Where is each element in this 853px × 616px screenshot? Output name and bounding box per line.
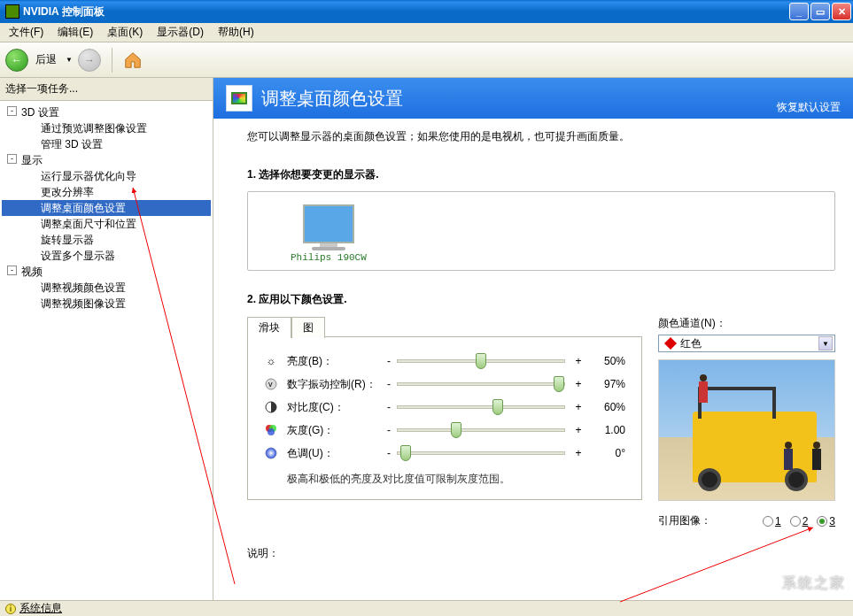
- svg-point-5: [268, 428, 275, 435]
- home-icon: [123, 50, 143, 70]
- hue-row: 色调(U)： - + 0°: [264, 442, 625, 465]
- preview-image: [658, 359, 835, 501]
- menu-desktop[interactable]: 桌面(K): [100, 23, 150, 42]
- channel-panel: 颜色通道(N)： 红色 ▼ 引用图像： 123: [658, 316, 835, 528]
- refimg-radio[interactable]: [817, 516, 827, 527]
- brightness-row: ☼ 亮度(B)： - + 50%: [264, 350, 625, 373]
- section2-title: 2. 应用以下颜色设置.: [247, 292, 835, 307]
- minus-icon: -: [384, 355, 393, 367]
- vibrance-label: 数字振动控制(R)：: [287, 377, 384, 392]
- dropdown-icon: ▼: [818, 336, 833, 350]
- channel-value: 红色: [680, 336, 702, 351]
- back-label: 后退: [35, 52, 57, 67]
- sidebar: 选择一项任务... -3D 设置通过预览调整图像设置管理 3D 设置-显示运行显…: [0, 78, 213, 600]
- sidebar-title: 选择一项任务...: [0, 78, 213, 101]
- tree-item[interactable]: 通过预览调整图像设置: [2, 120, 211, 136]
- tree-group[interactable]: -显示: [2, 152, 211, 168]
- task-tree[interactable]: -3D 设置通过预览调整图像设置管理 3D 设置-显示运行显示器优化向导更改分辨…: [0, 101, 213, 600]
- gamma-value: 1.00: [590, 424, 625, 436]
- tree-twisty-icon[interactable]: -: [7, 154, 17, 164]
- tree-item[interactable]: 调整桌面颜色设置: [2, 200, 211, 216]
- page-title: 调整桌面颜色设置: [261, 87, 777, 111]
- tab-chart[interactable]: 图: [291, 317, 325, 338]
- hue-slider[interactable]: [397, 451, 565, 455]
- toolbar: ← 后退 ▼ →: [0, 42, 853, 78]
- tree-item[interactable]: 调整视频颜色设置: [2, 280, 211, 296]
- home-button[interactable]: [123, 50, 143, 70]
- tree-group[interactable]: -视频: [2, 264, 211, 280]
- channel-label: 颜色通道(N)：: [658, 316, 835, 331]
- brightness-slider[interactable]: [397, 359, 565, 363]
- plus-icon: +: [574, 355, 583, 367]
- contrast-label: 对比度(C)：: [287, 400, 384, 415]
- contrast-value: 60%: [590, 401, 625, 413]
- maximize-button[interactable]: ▭: [810, 3, 830, 20]
- gamma-row: 灰度(G)： - + 1.00: [264, 419, 625, 442]
- gamma-icon: [264, 423, 278, 437]
- menu-edit[interactable]: 编辑(E): [50, 23, 100, 42]
- slider-panel: 滑块 图 ☼ 亮度(B)： - + 50% v: [247, 316, 642, 500]
- tree-item[interactable]: 设置多个显示器: [2, 248, 211, 264]
- refimg-option-label: 1: [775, 515, 781, 527]
- hue-icon: [264, 446, 278, 460]
- tree-item[interactable]: 调整桌面尺寸和位置: [2, 216, 211, 232]
- vibrance-row: v 数字振动控制(R)： - + 97%: [264, 373, 625, 396]
- menu-file[interactable]: 文件(F): [2, 23, 50, 42]
- tree-group[interactable]: -3D 设置: [2, 104, 211, 120]
- vibrance-icon: v: [264, 377, 278, 391]
- menu-bar: 文件(F) 编辑(E) 桌面(K) 显示器(D) 帮助(H): [0, 23, 853, 42]
- channel-select[interactable]: 红色 ▼: [658, 335, 835, 352]
- contrast-slider[interactable]: [397, 405, 565, 409]
- system-info-link[interactable]: 系统信息: [19, 601, 62, 616]
- page-header: 调整桌面颜色设置 恢复默认设置: [213, 78, 853, 119]
- menu-display[interactable]: 显示器(D): [150, 23, 211, 42]
- tree-item[interactable]: 调整视频图像设置: [2, 296, 211, 312]
- tree-twisty-icon[interactable]: -: [7, 106, 17, 116]
- refimg-label: 引用图像：: [658, 513, 711, 528]
- tree-item[interactable]: 运行显示器优化向导: [2, 168, 211, 184]
- display-item[interactable]: Philips 190CW: [291, 204, 367, 263]
- hue-label: 色调(U)：: [287, 446, 384, 461]
- close-button[interactable]: ✕: [832, 3, 851, 20]
- intro-text: 您可以调整显示器的桌面颜色设置；如果您使用的是电视机，也可提升画面质量。: [247, 129, 835, 144]
- vibrance-slider[interactable]: [397, 382, 565, 386]
- tree-item[interactable]: 旋转显示器: [2, 232, 211, 248]
- section1-title: 1. 选择你想要变更的显示器.: [247, 167, 835, 182]
- page-header-icon: [226, 85, 252, 112]
- tabs: 滑块 图: [247, 316, 642, 337]
- brightness-value: 50%: [590, 355, 625, 367]
- vibrance-value: 97%: [590, 378, 625, 390]
- color-settings-row: 滑块 图 ☼ 亮度(B)： - + 50% v: [247, 316, 835, 528]
- toolbar-separator: [112, 48, 112, 73]
- contrast-icon: [264, 400, 278, 414]
- gamma-label: 灰度(G)：: [287, 423, 384, 438]
- back-button[interactable]: ←: [5, 49, 28, 72]
- content-pane: 调整桌面颜色设置 恢复默认设置 您可以调整显示器的桌面颜色设置；如果您使用的是电…: [213, 78, 853, 600]
- tree-item[interactable]: 更改分辨率: [2, 184, 211, 200]
- refimg-radio[interactable]: [763, 516, 773, 527]
- minimize-button[interactable]: _: [789, 3, 809, 20]
- restore-defaults-link[interactable]: 恢复默认设置: [777, 100, 841, 115]
- description-label: 说明：: [247, 546, 835, 561]
- slider-note: 极高和极低的亮度及对比度值可限制灰度范围。: [287, 472, 625, 487]
- brightness-label: 亮度(B)：: [287, 354, 384, 369]
- refimg-radio[interactable]: [790, 516, 801, 527]
- title-bar: NVIDIA 控制面板 _ ▭ ✕: [0, 0, 853, 23]
- app-icon: [5, 4, 19, 19]
- info-icon: i: [5, 604, 16, 614]
- display-select-group: Philips 190CW: [247, 191, 835, 271]
- tree-item[interactable]: 管理 3D 设置: [2, 136, 211, 152]
- slider-tab-body: ☼ 亮度(B)： - + 50% v 数字振动控制(R)： -: [247, 336, 642, 500]
- svg-point-7: [266, 448, 276, 458]
- status-bar: i 系统信息: [0, 600, 853, 616]
- menu-help[interactable]: 帮助(H): [211, 23, 261, 42]
- contrast-row: 对比度(C)： - + 60%: [264, 396, 625, 419]
- tab-sliders[interactable]: 滑块: [247, 317, 291, 338]
- gamma-slider[interactable]: [397, 428, 565, 432]
- tree-twisty-icon[interactable]: -: [7, 266, 17, 275]
- monitor-icon: [303, 204, 354, 243]
- back-dropdown-icon[interactable]: ▼: [66, 56, 73, 64]
- refimg-option-label: 2: [803, 515, 809, 527]
- brightness-icon: ☼: [264, 354, 278, 368]
- forward-button[interactable]: →: [78, 49, 101, 72]
